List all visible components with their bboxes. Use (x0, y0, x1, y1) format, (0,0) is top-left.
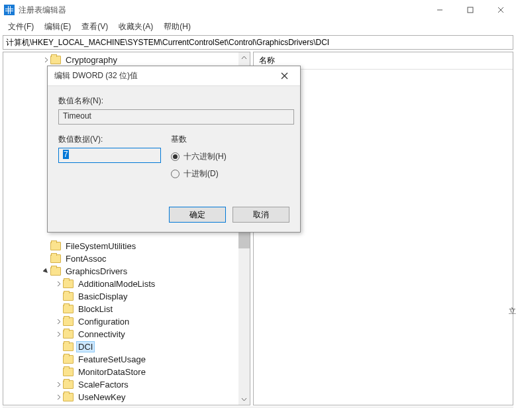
tree-label: ScaleFactors (76, 379, 130, 390)
tree-label: BasicDisplay (76, 291, 129, 302)
expand-icon[interactable] (54, 382, 63, 388)
tree-row[interactable]: UseNewKey (3, 391, 250, 403)
tree-row[interactable]: FeatureSetUsage (3, 353, 250, 366)
tree-label: Configuration (76, 316, 131, 327)
svg-rect-1 (468, 7, 473, 13)
folder-icon (63, 292, 74, 301)
tree-row[interactable]: ScaleFactors (3, 378, 250, 391)
menu-edit[interactable]: 编辑(E) (39, 20, 76, 34)
scroll-down-icon[interactable] (238, 394, 250, 405)
folder-icon (63, 280, 74, 288)
cancel-button[interactable]: 取消 (232, 207, 289, 223)
tree-row[interactable]: DCI (3, 341, 250, 353)
value-data-field[interactable]: 7 (58, 148, 161, 163)
window-controls (425, 0, 516, 20)
expand-icon[interactable] (41, 57, 50, 63)
folder-icon (50, 242, 61, 250)
tree-label: FontAssoc (64, 253, 108, 264)
radio-dec-label: 十进制(D) (183, 168, 219, 180)
expand-icon[interactable] (54, 331, 63, 337)
menu-view[interactable]: 查看(V) (76, 20, 113, 34)
titlebar: 注册表编辑器 (0, 0, 516, 20)
edit-dword-dialog: 编辑 DWORD (32 位)值 数值名称(N): Timeout 数值数据(V… (47, 66, 301, 233)
expand-icon[interactable] (54, 394, 63, 400)
address-bar[interactable]: 计算机\HKEY_LOCAL_MACHINE\SYSTEM\CurrentCon… (3, 35, 513, 50)
side-hint: 立 (509, 306, 516, 316)
dialog-title: 编辑 DWORD (32 位)值 (54, 70, 138, 81)
close-button[interactable] (486, 0, 516, 20)
tree-label: FileSystemUtilities (64, 240, 138, 252)
folder-icon (63, 368, 74, 376)
tree-label: MonitorDataStore (76, 366, 148, 378)
expand-icon[interactable] (54, 281, 63, 287)
tree-row[interactable]: Configuration (3, 315, 250, 328)
folder-icon (63, 305, 74, 313)
expand-icon[interactable] (54, 319, 63, 325)
base-label: 基数 (171, 134, 289, 145)
folder-icon (63, 330, 74, 339)
window-title: 注册表编辑器 (19, 5, 66, 16)
value-name-label: 数值名称(N): (58, 95, 289, 107)
radio-dec[interactable]: 十进制(D) (171, 168, 289, 180)
menu-help[interactable]: 帮助(H) (158, 20, 196, 34)
scroll-up-icon[interactable] (238, 52, 250, 64)
dialog-titlebar[interactable]: 编辑 DWORD (32 位)值 (48, 66, 300, 86)
menu-file[interactable]: 文件(F) (3, 20, 39, 34)
tree-label: UseNewKey (76, 392, 128, 403)
tree-row[interactable]: MonitorDataStore (3, 366, 250, 378)
address-path: 计算机\HKEY_LOCAL_MACHINE\SYSTEM\CurrentCon… (6, 37, 329, 48)
radio-hex-label: 十六进制(H) (183, 151, 227, 162)
minimize-button[interactable] (425, 0, 455, 20)
folder-icon (50, 254, 61, 263)
tree-label: BlockList (76, 303, 115, 315)
ok-button[interactable]: 确定 (169, 207, 226, 223)
radio-hex[interactable]: 十六进制(H) (171, 150, 289, 162)
tree-row[interactable]: Connectivity (3, 328, 250, 341)
tree-row[interactable]: Cryptography (3, 54, 250, 66)
folder-icon (63, 317, 74, 326)
tree-label: AdditionalModeLists (76, 278, 157, 289)
folder-icon (63, 380, 74, 389)
statusbar (3, 407, 513, 420)
radio-dec-icon (171, 170, 180, 178)
tree-row[interactable]: FileSystemUtilities (3, 240, 250, 252)
value-data-label: 数值数据(V): (58, 134, 171, 145)
dialog-buttons: 确定 取消 (48, 199, 300, 232)
dialog-body: 数值名称(N): Timeout 数值数据(V): 7 基数 十六进制(H) 十… (48, 86, 300, 199)
tree-label: GraphicsDrivers (64, 266, 129, 277)
tree-row[interactable]: FontAssoc (3, 252, 250, 265)
tree-label: FeatureSetUsage (76, 354, 148, 365)
menubar: 文件(F) 编辑(E) 查看(V) 收藏夹(A) 帮助(H) (0, 20, 516, 34)
tree-row[interactable]: AdditionalModeLists (3, 278, 250, 290)
folder-icon (50, 56, 61, 64)
radio-hex-icon (171, 152, 180, 161)
maximize-button[interactable] (455, 0, 486, 20)
expand-icon[interactable] (41, 268, 50, 274)
dialog-close-button[interactable] (275, 67, 293, 85)
folder-icon (50, 267, 61, 276)
tree-label: Cryptography (64, 54, 119, 66)
tree-label: Connectivity (76, 329, 127, 340)
folder-icon (63, 342, 74, 351)
tree-row[interactable]: BasicDisplay (3, 290, 250, 303)
folder-icon (63, 355, 74, 364)
folder-icon (63, 393, 74, 401)
tree-row[interactable]: GraphicsDrivers (3, 265, 250, 278)
tree-row[interactable]: BlockList (3, 303, 250, 315)
tree-label: DCI (76, 341, 95, 352)
regedit-icon (4, 5, 15, 15)
menu-favorites[interactable]: 收藏夹(A) (113, 20, 158, 34)
value-name-field[interactable]: Timeout (58, 109, 294, 125)
